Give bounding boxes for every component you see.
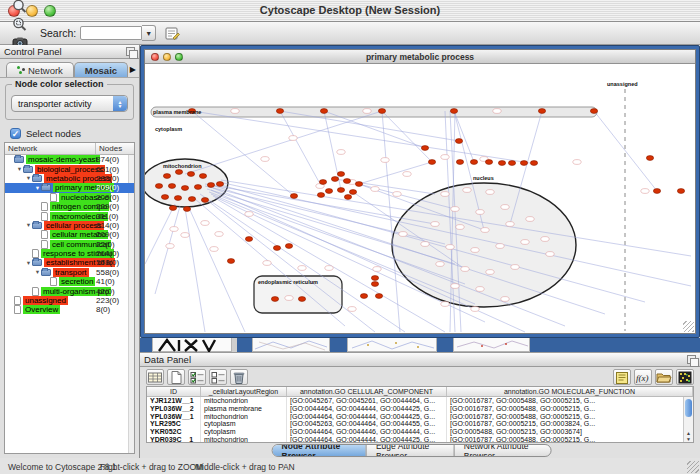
new-attribute-icon[interactable] xyxy=(167,369,185,385)
attribute-note-icon[interactable] xyxy=(613,369,631,385)
column-header[interactable]: annotation.GO MOLECULAR_FUNCTION xyxy=(447,387,693,396)
background-window-fragment[interactable] xyxy=(252,338,330,352)
network-node[interactable] xyxy=(187,172,194,177)
tree-row[interactable]: ▼establishment of lo558(0) xyxy=(5,258,134,267)
network-canvas[interactable]: plasma membranecytoplasmmitochondrionnuc… xyxy=(145,64,695,333)
tree-row[interactable]: macromolecule311(0) xyxy=(5,211,134,220)
network-node[interactable] xyxy=(161,195,168,200)
tree-row[interactable]: response to stimulu264(0) xyxy=(5,249,134,258)
network-node[interactable] xyxy=(441,192,449,197)
expand-arrow-icon[interactable]: ▼ xyxy=(25,175,32,181)
network-node[interactable] xyxy=(363,109,371,114)
select-columns-icon[interactable] xyxy=(146,369,164,385)
network-node[interactable] xyxy=(331,177,338,182)
network-node[interactable] xyxy=(501,205,509,210)
network-node[interactable] xyxy=(441,155,449,160)
network-node[interactable] xyxy=(653,189,660,194)
network-node[interactable] xyxy=(451,207,459,212)
network-node[interactable] xyxy=(646,156,653,161)
table-row[interactable]: YLR295Ccytoplasm[GO:0045263, GO:0044464,… xyxy=(147,420,693,428)
network-node[interactable] xyxy=(526,217,534,222)
network-node[interactable] xyxy=(371,282,378,287)
expand-arrow-icon[interactable]: ▼ xyxy=(34,269,41,275)
network-node[interactable] xyxy=(285,296,293,301)
network-node[interactable] xyxy=(207,183,214,188)
network-node[interactable] xyxy=(421,242,429,247)
network-node[interactable] xyxy=(508,161,515,166)
network-node[interactable] xyxy=(194,185,201,190)
network-node[interactable] xyxy=(231,109,239,114)
network-node[interactable] xyxy=(375,294,382,299)
network-node[interactable] xyxy=(498,161,505,166)
float-panel-icon[interactable] xyxy=(126,47,135,56)
table-row[interactable]: YKR052Ccytoplasm[GO:0044464, GO:0044446,… xyxy=(147,428,693,436)
table-row[interactable]: YJR121W__1mitochondrion[GO:0045267, GO:0… xyxy=(147,397,693,405)
tree-row[interactable]: mosaic-demo-yeast874(0) xyxy=(5,155,134,164)
tab-network[interactable]: Network xyxy=(6,62,74,77)
tab-mosaic[interactable]: Mosaic xyxy=(74,62,128,77)
network-node[interactable] xyxy=(538,109,545,114)
tree-row[interactable]: secretion41(0) xyxy=(5,277,134,286)
table-row[interactable]: YDR039C__1mitochondrion[GO:0044464, GO:0… xyxy=(147,436,693,443)
network-node[interactable] xyxy=(181,233,189,238)
tree-row[interactable]: unassigned223(0) xyxy=(5,296,134,305)
network-node[interactable] xyxy=(446,245,454,250)
network-node[interactable] xyxy=(481,228,489,233)
region-plasma-membrane[interactable] xyxy=(151,107,597,117)
background-window-fragment[interactable] xyxy=(330,338,347,352)
network-node[interactable] xyxy=(337,150,345,155)
select-nodes-checkbox[interactable]: ✓ xyxy=(10,128,21,139)
network-node[interactable] xyxy=(590,109,597,114)
network-node[interactable] xyxy=(399,232,407,237)
network-node[interactable] xyxy=(471,307,479,312)
network-node[interactable] xyxy=(371,187,379,192)
network-node[interactable] xyxy=(450,109,457,114)
network-node[interactable] xyxy=(273,246,280,251)
network-node[interactable] xyxy=(496,244,504,249)
network-node[interactable] xyxy=(403,172,411,177)
tree-row[interactable]: nitrogen compo209(0) xyxy=(5,202,134,211)
network-node[interactable] xyxy=(456,160,463,165)
network-node[interactable] xyxy=(183,207,190,212)
network-node[interactable] xyxy=(348,307,356,312)
network-node[interactable] xyxy=(541,237,549,242)
tab-node-attribute-browser[interactable]: Node Attribute Browser xyxy=(273,445,367,456)
tree-row[interactable]: cellular metabo209(0) xyxy=(5,230,134,239)
network-node[interactable] xyxy=(169,206,176,211)
network-node[interactable] xyxy=(428,160,435,165)
attribute-editor-icon[interactable] xyxy=(162,24,182,42)
network-node[interactable] xyxy=(199,174,206,179)
background-window-fragment[interactable] xyxy=(237,338,252,352)
network-node[interactable] xyxy=(210,247,218,252)
table-row[interactable]: YPL036W__1mitochondrion[GO:0044464, GO:0… xyxy=(147,413,693,421)
network-node[interactable] xyxy=(325,266,333,271)
network-node[interactable] xyxy=(506,222,514,227)
network-node[interactable] xyxy=(343,179,350,184)
tree-row[interactable]: cell communicat22(0) xyxy=(5,240,134,249)
tree-row[interactable]: ▼primary metabol209(0) xyxy=(5,183,134,192)
import-attributes-icon[interactable] xyxy=(655,369,673,385)
search-dropdown-button[interactable]: ▼ xyxy=(142,25,156,41)
unselect-all-icon[interactable] xyxy=(209,369,227,385)
column-header[interactable]: _cellularLayoutRegion xyxy=(201,387,287,396)
tab-network-attribute-browser[interactable]: Network Attribute Browser xyxy=(455,445,551,456)
network-node[interactable] xyxy=(573,160,581,165)
background-window-fragment[interactable] xyxy=(347,338,437,352)
network-node[interactable] xyxy=(371,276,378,281)
network-node[interactable] xyxy=(493,109,501,114)
overview-window-fragment[interactable] xyxy=(152,338,232,352)
network-node[interactable] xyxy=(463,188,471,193)
tab-overflow-arrow[interactable]: ▶ xyxy=(130,65,136,74)
network-node[interactable] xyxy=(319,180,326,185)
zoom-fit-icon[interactable] xyxy=(10,15,30,33)
network-node[interactable] xyxy=(451,284,459,289)
network-node[interactable] xyxy=(455,139,462,144)
network-node[interactable] xyxy=(511,265,519,270)
tree-row[interactable]: nucleobase-c209(0) xyxy=(5,193,134,202)
network-node[interactable] xyxy=(520,161,527,166)
network-node[interactable] xyxy=(456,225,464,230)
network-node[interactable] xyxy=(201,221,209,226)
delete-attribute-icon[interactable] xyxy=(230,369,248,385)
network-node[interactable] xyxy=(261,157,269,162)
network-node[interactable] xyxy=(677,189,684,194)
